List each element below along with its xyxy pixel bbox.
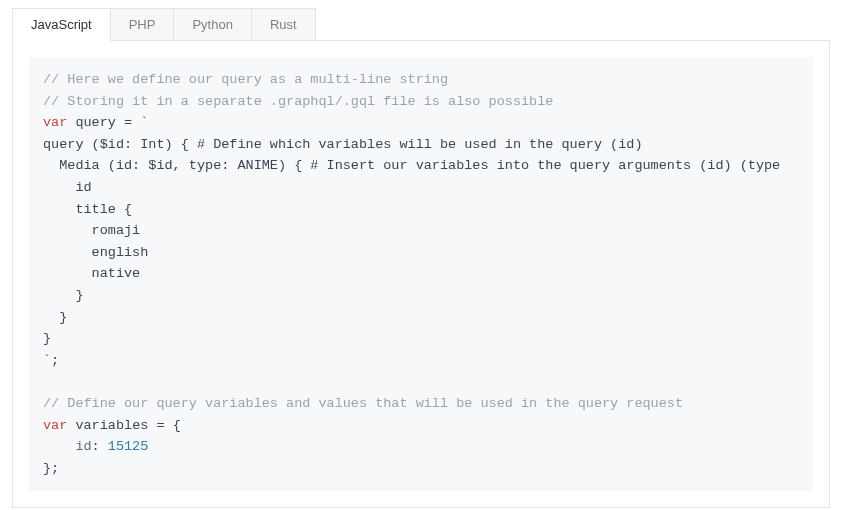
code-punct: };	[43, 461, 59, 476]
code-prop: id	[43, 439, 92, 454]
code-punct: :	[92, 439, 108, 454]
code-punct: = {	[148, 418, 180, 433]
code-keyword: var	[43, 418, 67, 433]
tab-bar: JavaScript PHP Python Rust	[12, 8, 830, 41]
code-comment: // Here we define our query as a multi-l…	[43, 72, 448, 87]
code-punct: = `	[116, 115, 148, 130]
tab-php[interactable]: PHP	[110, 8, 175, 40]
code-line: romaji	[43, 223, 140, 238]
code-line: }	[43, 310, 67, 325]
code-identifier: variables	[75, 418, 148, 433]
code-line: `;	[43, 353, 59, 368]
code-line: }	[43, 331, 51, 346]
code-panel: // Here we define our query as a multi-l…	[12, 41, 830, 508]
code-keyword: var	[43, 115, 67, 130]
code-number: 15125	[108, 439, 149, 454]
tab-javascript[interactable]: JavaScript	[12, 8, 111, 41]
code-comment: // Storing it in a separate .graphql/.gq…	[43, 94, 553, 109]
code-block: // Here we define our query as a multi-l…	[29, 57, 813, 491]
code-line: native	[43, 266, 140, 281]
code-line: }	[43, 288, 84, 303]
code-line: title {	[43, 202, 132, 217]
code-line: english	[43, 245, 148, 260]
tab-python[interactable]: Python	[173, 8, 251, 40]
code-line: Media (id: $id, type: ANIME) { # Insert …	[43, 158, 780, 173]
code-identifier: query	[75, 115, 116, 130]
code-line: id	[43, 180, 92, 195]
tab-rust[interactable]: Rust	[251, 8, 316, 40]
code-line: query ($id: Int) { # Define which variab…	[43, 137, 643, 152]
code-comment: // Define our query variables and values…	[43, 396, 683, 411]
